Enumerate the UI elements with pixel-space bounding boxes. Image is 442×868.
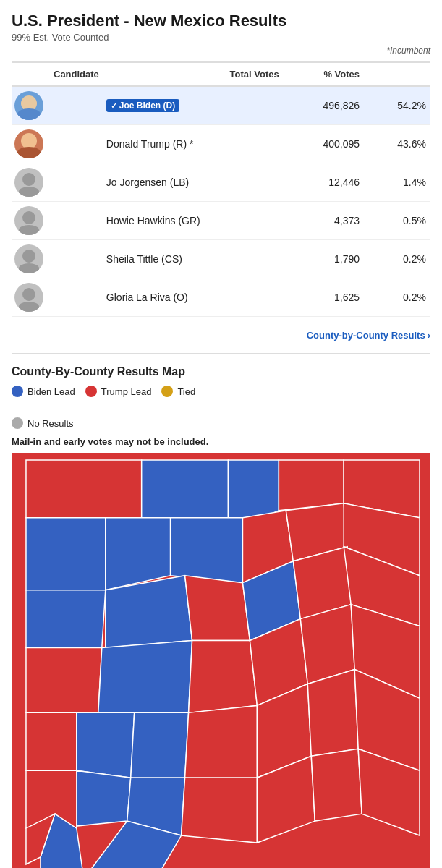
candidate-name-cell: ✓ Joe Biden (D): [103, 86, 284, 125]
total-votes: 1,625: [284, 278, 364, 317]
pct-votes: 43.6%: [364, 125, 430, 163]
candidate-name-cell: Donald Trump (R) *: [103, 125, 284, 163]
svg-marker-26: [131, 712, 189, 778]
table-row: Gloria La Riva (O)1,6250.2%: [12, 278, 430, 317]
candidate-name-cell: Gloria La Riva (O): [103, 278, 284, 317]
county-map: [12, 453, 430, 868]
tied-label: Tied: [177, 386, 195, 397]
svg-marker-25: [77, 712, 135, 778]
biden-lead-dot: [12, 386, 23, 397]
candidate-name: Sheila Tittle (CS): [106, 253, 182, 265]
pct-votes: 0.5%: [364, 202, 430, 240]
avatar: [14, 91, 43, 120]
table-row: ✓ Joe Biden (D) 496,82654.2%: [12, 86, 430, 125]
svg-marker-4: [279, 460, 344, 511]
candidate-name-cell: Howie Hawkins (GR): [103, 202, 284, 240]
pct-votes: 1.4%: [364, 163, 430, 202]
winner-badge: ✓ Joe Biden (D): [106, 99, 179, 112]
candidate-name: Gloria La Riva (O): [106, 292, 188, 303]
page-title-area: U.S. President - New Mexico Results 99% …: [12, 12, 430, 56]
table-row: Howie Hawkins (GR)4,3730.5%: [12, 202, 430, 240]
svg-marker-8: [171, 518, 243, 583]
legend-item-trump: Trump Lead: [85, 386, 152, 397]
svg-marker-36: [311, 749, 362, 821]
svg-marker-1: [26, 460, 142, 518]
candidate-header: Candidate: [12, 62, 103, 86]
legend-item-tied: Tied: [161, 386, 195, 397]
svg-marker-24: [26, 712, 77, 770]
avatar: [14, 283, 43, 312]
candidate-name-cell: Sheila Tittle (CS): [103, 240, 284, 278]
pct-votes: 0.2%: [364, 240, 430, 278]
no-results-label: No Results: [27, 418, 74, 429]
table-row: Sheila Tittle (CS)1,7900.2%: [12, 240, 430, 278]
biden-lead-label: Biden Lead: [27, 386, 75, 397]
svg-marker-27: [185, 705, 258, 778]
svg-marker-19: [98, 641, 192, 713]
map-section-title: County-By-County Results Map: [12, 365, 430, 378]
table-header-row: Candidate Total Votes % Votes: [12, 62, 430, 86]
svg-marker-12: [26, 590, 106, 648]
pct-header: % Votes: [284, 62, 364, 86]
svg-marker-20: [189, 641, 258, 713]
results-table: Candidate Total Votes % Votes ✓ Joe Bide…: [12, 61, 430, 317]
mail-in-note: Mail-in and early votes may not be inclu…: [12, 436, 430, 447]
map-container: [12, 453, 430, 868]
page-title: U.S. President - New Mexico Results: [12, 12, 430, 30]
svg-marker-14: [185, 576, 250, 641]
total-votes: 12,446: [284, 163, 364, 202]
candidate-name: Howie Hawkins (GR): [106, 215, 200, 226]
map-section: County-By-County Results Map Biden Lead …: [12, 365, 430, 868]
table-row: Jo Jorgensen (LB)12,4461.4%: [12, 163, 430, 202]
chevron-icon: ›: [428, 330, 430, 341]
svg-marker-6: [26, 518, 106, 590]
total-votes: 1,790: [284, 240, 364, 278]
candidate-name-cell: Jo Jorgensen (LB): [103, 163, 284, 202]
table-row: Donald Trump (R) *400,09543.6%: [12, 125, 430, 163]
county-link-label: County-by-County Results: [307, 330, 425, 341]
candidate-name: Joe Biden (D): [119, 101, 175, 111]
avatar: [14, 129, 43, 158]
legend-item-no-results: No Results: [12, 417, 74, 429]
total-votes: 496,826: [284, 86, 364, 125]
candidate-name: Donald Trump (R) *: [106, 138, 194, 150]
candidate-name: Jo Jorgensen (LB): [106, 176, 189, 188]
page-container: U.S. President - New Mexico Results 99% …: [0, 0, 442, 868]
avatar: [14, 168, 43, 197]
svg-marker-34: [182, 778, 258, 843]
map-legend: Biden Lead Trump Lead Tied No Results: [12, 386, 430, 429]
pct-votes: 0.2%: [364, 278, 430, 317]
votes-header: Total Votes: [103, 62, 284, 86]
county-by-county-link[interactable]: County-by-County Results ›: [307, 330, 430, 341]
avatar: [14, 206, 43, 235]
tied-dot: [161, 386, 173, 397]
total-votes: 4,373: [284, 202, 364, 240]
avatar: [14, 244, 43, 273]
vote-counted: 99% Est. Vote Counted: [12, 32, 430, 43]
svg-marker-18: [26, 648, 102, 713]
total-votes: 400,095: [284, 125, 364, 163]
trump-lead-dot: [85, 386, 97, 397]
legend-item-biden: Biden Lead: [12, 386, 75, 397]
trump-lead-label: Trump Lead: [101, 386, 152, 397]
county-link-row: County-by-County Results ›: [12, 323, 430, 354]
no-results-dot: [12, 417, 23, 429]
pct-votes: 54.2%: [364, 86, 430, 125]
incumbent-note: *Incumbent: [12, 46, 430, 56]
svg-marker-29: [307, 669, 358, 756]
checkmark-icon: ✓: [111, 101, 117, 111]
